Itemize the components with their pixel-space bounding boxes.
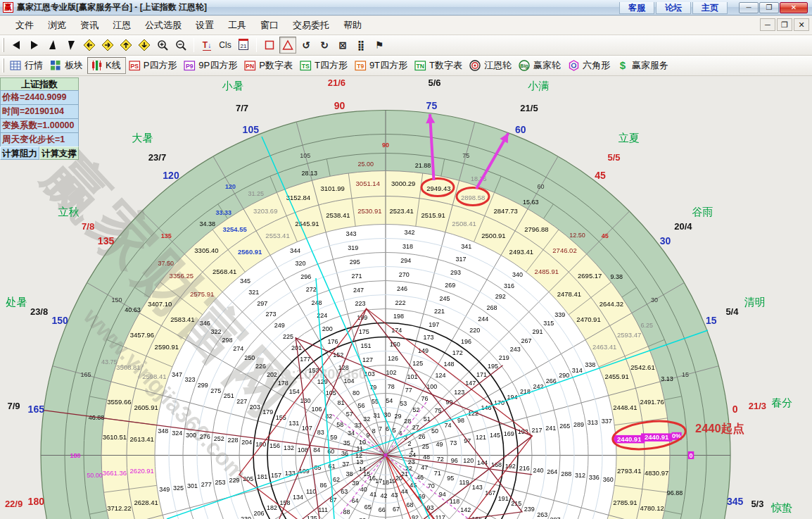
wheel-label: 272 xyxy=(306,286,317,293)
service-view-button[interactable]: $赢家服务 xyxy=(614,57,673,74)
free-move-button[interactable]: ⣿ xyxy=(353,37,369,54)
zoom-in-button[interactable] xyxy=(154,37,171,54)
wheel-label: 252 xyxy=(214,435,224,442)
wheel-label: 132 xyxy=(284,444,294,451)
toolbar-grip[interactable] xyxy=(2,58,4,73)
wheel-label: 172 xyxy=(452,349,463,356)
blocks-icon xyxy=(50,60,62,71)
rotate-ccw-button[interactable]: ↺ xyxy=(298,37,315,54)
wheel-label: 180 xyxy=(28,496,45,507)
wheel-label: 219 xyxy=(499,354,509,361)
nav-up-button[interactable] xyxy=(44,37,61,54)
gann-wheel-label: 江恩轮 xyxy=(484,59,512,72)
wheel-label: 20/4 xyxy=(674,221,692,232)
kline-view-button[interactable]: K线 xyxy=(87,57,126,74)
menu-资讯[interactable]: 资讯 xyxy=(73,16,106,35)
gann-wheel-chart[interactable]: 赢家财富网www.yingjia360.comQQ:10080036012345… xyxy=(0,76,812,519)
wheel-label: 165 xyxy=(28,404,45,415)
wheel-label: 294 xyxy=(400,257,411,264)
menu-浏览[interactable]: 浏览 xyxy=(41,16,73,35)
wheel-label: 156 xyxy=(269,442,280,449)
wheel-label: 111 xyxy=(318,506,328,513)
maximize-button[interactable]: ❐ xyxy=(759,2,779,13)
wheel-label: 2493.41 xyxy=(509,248,533,256)
menu-交易委托[interactable]: 交易委托 xyxy=(286,16,336,35)
calc-resistance-button[interactable]: 计算阻力 xyxy=(0,146,39,160)
wheel-label: 3305.40 xyxy=(194,246,218,254)
page-right-button[interactable] xyxy=(99,37,116,54)
page-left-button[interactable] xyxy=(81,37,98,54)
wheel-label: 127 xyxy=(362,356,373,363)
wheel-label: 239 xyxy=(524,506,535,513)
sort-time-button[interactable]: T↓ xyxy=(198,37,215,54)
wheel-label: 297 xyxy=(257,300,267,307)
menu-工具[interactable]: 工具 xyxy=(221,16,253,35)
svg-text:TN: TN xyxy=(417,63,424,70)
calendar-button[interactable]: 21 xyxy=(235,37,252,54)
quick-link-1[interactable]: 客服 xyxy=(619,2,654,14)
gann-wheel-view-button[interactable]: 江恩轮 xyxy=(467,57,516,74)
p9-square-view-button[interactable]: P99P四方形 xyxy=(181,57,241,74)
mdi-control-0[interactable]: ─ xyxy=(760,18,775,31)
menu-文件[interactable]: 文件 xyxy=(8,16,41,35)
quick-link-3[interactable]: 主页 xyxy=(692,2,728,14)
wheel-label: 150 xyxy=(51,315,68,326)
wheel-label: 3356.25 xyxy=(170,272,194,280)
minimize-button[interactable]: ─ xyxy=(739,2,759,13)
t9-square-view-button[interactable]: T99T四方形 xyxy=(352,57,412,74)
nav-last-button[interactable] xyxy=(26,37,43,54)
p-table-view-button[interactable]: PNP数字表 xyxy=(241,57,297,74)
wheel-label: 241 xyxy=(545,425,556,432)
t-table-view-button[interactable]: TNT数字表 xyxy=(412,57,467,74)
menu-江恩[interactable]: 江恩 xyxy=(106,16,138,35)
wheel-label: 44 xyxy=(401,488,408,495)
wheel-label: 86 xyxy=(319,482,326,489)
quick-link-2[interactable]: 论坛 xyxy=(656,2,691,14)
t9-square-label: 9T四方形 xyxy=(369,59,407,72)
zoom-out-button[interactable] xyxy=(172,37,189,54)
menu-窗口[interactable]: 窗口 xyxy=(253,16,286,35)
calc-support-button[interactable]: 计算支撑 xyxy=(39,146,79,160)
wheel-label: 135 xyxy=(307,515,317,519)
rotate-cw-button[interactable]: ↻ xyxy=(316,37,333,54)
wheel-label: 83 xyxy=(317,429,324,436)
service-label: 赢家服务 xyxy=(632,59,668,72)
mdi-control-2[interactable]: ✕ xyxy=(794,18,809,31)
wheel-label: 2613.41 xyxy=(130,435,154,443)
svg-text:PN: PN xyxy=(246,63,255,70)
wheel-label: 275 xyxy=(210,387,221,394)
wheel-label: 小暑 xyxy=(222,80,243,92)
menu-帮助[interactable]: 帮助 xyxy=(336,16,369,35)
close-button[interactable]: ✕ xyxy=(780,2,808,13)
hexagon-view-button[interactable]: 六角形 xyxy=(565,57,614,74)
nav-first-button[interactable] xyxy=(8,37,25,54)
wheel-label: 41 xyxy=(369,491,376,498)
t-square-view-button[interactable]: TST四方形 xyxy=(297,57,352,74)
box-select-button[interactable]: ⊠ xyxy=(334,37,351,54)
wheel-label: 2470.91 xyxy=(576,315,600,323)
wheel-label: 223 xyxy=(355,300,366,307)
page-up-button[interactable] xyxy=(118,37,134,54)
wheel-label: 317 xyxy=(456,256,467,263)
draw-triangle-button[interactable] xyxy=(279,37,296,54)
wheel-label: 342 xyxy=(405,229,415,236)
page-down-button[interactable] xyxy=(136,37,153,54)
menu-公式选股[interactable]: 公式选股 xyxy=(138,16,189,35)
wheel-label: 3000.29 xyxy=(391,180,415,187)
menu-设置[interactable]: 设置 xyxy=(189,16,221,35)
wheel-label: 348 xyxy=(158,427,168,434)
mdi-control-1[interactable]: ❐ xyxy=(777,18,792,31)
p-square-view-button[interactable]: PSP四方形 xyxy=(126,57,182,74)
draw-square-button[interactable] xyxy=(261,37,278,54)
cls-button[interactable]: Cls xyxy=(217,37,234,54)
wheel-label: 106 xyxy=(311,406,322,413)
toolbar-grip[interactable] xyxy=(2,38,4,52)
wheel-label: 2553.41 xyxy=(265,232,289,239)
wheel-label: 178 xyxy=(278,380,288,387)
quote-view-button[interactable]: 行情 xyxy=(7,57,47,74)
nav-down-button[interactable] xyxy=(63,37,80,54)
blocks-view-button[interactable]: 板块 xyxy=(47,57,87,74)
winner-wheel-view-button[interactable]: Big赢家轮 xyxy=(516,57,565,74)
menu-bar: 文件浏览资讯江恩公式选股设置工具窗口交易委托帮助 ─❐✕ xyxy=(0,16,812,35)
clear-marks-button[interactable]: ⚑ xyxy=(371,37,388,54)
